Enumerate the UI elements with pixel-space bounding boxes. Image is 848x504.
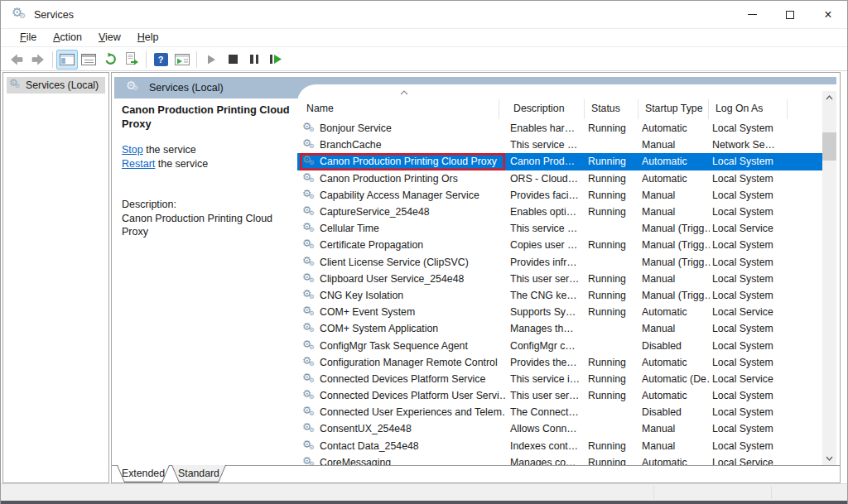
table-row[interactable]: Capability Access Manager Service Provid…	[297, 187, 822, 204]
table-row[interactable]: ConsentUX_254e48 Allows Conn… Manual Loc…	[297, 420, 822, 437]
service-status-cell: Running	[588, 187, 639, 204]
tab-standard-label: Standard	[171, 465, 226, 482]
help-button[interactable]: ?	[150, 50, 171, 70]
column-header-description[interactable]: Description	[513, 103, 565, 118]
column-divider[interactable]	[638, 99, 638, 119]
pause-service-button[interactable]	[243, 50, 265, 70]
service-log-on-as-cell: Local Service	[712, 220, 805, 237]
restart-service-button[interactable]	[265, 50, 287, 70]
stop-service-rest: the service	[143, 144, 196, 156]
service-status-cell	[588, 220, 639, 237]
table-row[interactable]: Canon Production Printing Cloud Proxy Ca…	[297, 153, 822, 170]
table-row[interactable]: Canon Production Printing Ors ORS - Clou…	[297, 170, 822, 187]
play-icon	[205, 54, 217, 65]
service-startup-type-cell: Automatic	[642, 354, 710, 371]
service-name-cell: Connected Devices Platform Service	[300, 371, 505, 387]
tab-extended-label: Extended	[117, 465, 170, 482]
service-name-cell: Clipboard User Service_254e48	[300, 271, 505, 287]
table-row[interactable]: CoreMessaging Manages co… Running Automa…	[297, 454, 822, 465]
service-startup-type-cell: Automatic	[642, 454, 710, 465]
service-name-cell: Connected User Experiences and Telem…	[300, 404, 505, 420]
service-log-on-as-cell: Local System	[712, 287, 805, 304]
service-startup-type-cell: Disabled	[642, 337, 710, 353]
tab-standard[interactable]: Standard	[171, 465, 226, 482]
column-divider[interactable]	[499, 99, 499, 119]
service-name-cell: BranchCache	[300, 137, 505, 153]
properties-button[interactable]	[78, 50, 99, 70]
services-list-panel: Name Description Status Startup Type Log…	[297, 84, 836, 465]
tree-item-services-local[interactable]: Services (Local)	[7, 77, 105, 94]
column-header-log-on-as[interactable]: Log On As	[716, 103, 763, 118]
stop-service-line: Stop the service	[122, 143, 208, 157]
service-log-on-as-cell: Network Se…	[712, 137, 805, 153]
service-status-cell	[588, 420, 639, 437]
start-service-button[interactable]	[200, 50, 222, 70]
column-header-name[interactable]: Name	[306, 103, 334, 118]
column-divider[interactable]	[708, 99, 709, 119]
scroll-down-button[interactable]	[822, 452, 836, 465]
column-header-status[interactable]: Status	[591, 103, 620, 118]
service-log-on-as-cell: Local System	[712, 354, 805, 371]
service-description-cell: Enables har…	[510, 120, 586, 137]
vertical-scrollbar[interactable]	[822, 91, 836, 465]
action-pane-button[interactable]	[171, 50, 193, 70]
service-status-cell	[588, 337, 639, 353]
service-log-on-as-cell: Local System	[712, 204, 805, 220]
service-log-on-as-cell: Local System	[712, 187, 805, 204]
column-divider[interactable]	[584, 99, 585, 119]
stop-service-link[interactable]: Stop	[122, 144, 143, 156]
menu-help[interactable]: Help	[129, 29, 167, 46]
service-name-cell: CoreMessaging	[300, 454, 505, 465]
tab-extended[interactable]: Extended	[117, 465, 170, 482]
service-description-cell: Supports Sy…	[510, 304, 586, 320]
refresh-button[interactable]	[99, 50, 121, 70]
table-row[interactable]: Cellular Time This service … Manual (Tri…	[297, 220, 822, 237]
table-row[interactable]: CNG Key Isolation The CNG ke… Running Ma…	[297, 287, 822, 304]
scrollbar-thumb[interactable]	[822, 132, 836, 161]
table-row[interactable]: COM+ System Application Manages th… Manu…	[297, 320, 822, 337]
table-row[interactable]: Connected Devices Platform Service This …	[297, 371, 822, 387]
stop-service-button[interactable]	[222, 50, 243, 70]
pane-header-title: Services (Local)	[149, 82, 224, 94]
scroll-up-button[interactable]	[822, 91, 836, 104]
restart-service-link[interactable]: Restart	[122, 158, 155, 170]
back-button[interactable]	[6, 50, 27, 70]
service-startup-type-cell: Manual	[642, 438, 710, 454]
table-row[interactable]: Connected User Experiences and Telem… Th…	[297, 404, 822, 420]
table-row[interactable]: COM+ Event System Supports Sy… Running A…	[297, 304, 822, 320]
table-row[interactable]: Configuration Manager Remote Control Pro…	[297, 354, 822, 371]
menu-action[interactable]: Action	[45, 29, 90, 46]
service-gear-icon	[302, 456, 316, 465]
table-row[interactable]: Certificate Propagation Copies user … Ru…	[297, 237, 822, 253]
forward-button[interactable]	[27, 50, 49, 70]
table-row[interactable]: Clipboard User Service_254e48 This user …	[297, 271, 822, 287]
table-row[interactable]: Bonjour Service Enables har… Running Aut…	[297, 120, 822, 137]
toolbar: ?	[1, 48, 847, 71]
service-name-cell: Configuration Manager Remote Control	[300, 354, 505, 371]
menu-view[interactable]: View	[90, 29, 129, 46]
column-divider[interactable]	[787, 99, 788, 119]
service-name-cell: ConfigMgr Task Sequence Agent	[300, 337, 505, 353]
table-row[interactable]: CaptureService_254e48 Enables opti… Runn…	[297, 204, 822, 220]
service-startup-type-cell: Automatic	[642, 170, 710, 187]
column-header-startup-type[interactable]: Startup Type	[645, 103, 703, 118]
service-description-cell: ConfigMgr c…	[510, 337, 586, 353]
table-row[interactable]: Client License Service (ClipSVC) Provide…	[297, 254, 822, 271]
service-gear-icon	[302, 238, 316, 252]
minimize-icon	[748, 14, 757, 15]
table-row[interactable]: BranchCache This service … Manual Networ…	[297, 137, 822, 153]
export-list-button[interactable]	[121, 50, 142, 70]
menu-file[interactable]: File	[12, 29, 45, 46]
export-list-icon	[125, 52, 139, 66]
description-label: Description:	[122, 199, 176, 210]
stop-icon	[228, 54, 238, 65]
table-row[interactable]: Contact Data_254e48 Indexes cont… Runnin…	[297, 438, 822, 454]
table-row[interactable]: ConfigMgr Task Sequence Agent ConfigMgr …	[297, 337, 822, 353]
show-console-tree-button[interactable]	[56, 50, 78, 70]
maximize-button[interactable]	[771, 1, 809, 28]
close-button[interactable]: ×	[809, 1, 847, 28]
service-name-cell: Canon Production Printing Cloud Proxy	[300, 153, 505, 170]
table-row[interactable]: Connected Devices Platform User Servi… T…	[297, 387, 822, 404]
minimize-button[interactable]	[733, 1, 771, 28]
service-description-cell: Provides the…	[510, 354, 586, 371]
